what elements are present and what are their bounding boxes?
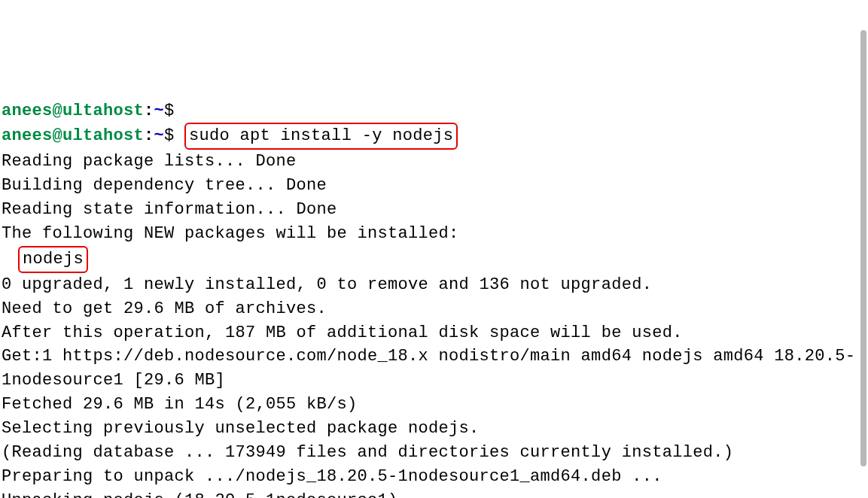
output-line: (Reading database ... 173949 files and d… bbox=[2, 441, 868, 465]
output-line: After this operation, 187 MB of addition… bbox=[2, 321, 868, 345]
prompt-dollar: $ bbox=[164, 126, 175, 145]
package-name: nodejs bbox=[23, 250, 84, 269]
output-line: Fetched 29.6 MB in 14s (2,055 kB/s) bbox=[2, 393, 868, 417]
prompt-dollar: $ bbox=[164, 102, 175, 120]
command-highlight: sudo apt install -y nodejs bbox=[184, 123, 458, 150]
prompt-line-command: anees@ultahost:~$ sudo apt install -y no… bbox=[2, 123, 868, 150]
prompt-colon: : bbox=[144, 102, 154, 120]
prompt-path: ~ bbox=[154, 126, 165, 145]
output-line: Building dependency tree... Done bbox=[2, 174, 868, 198]
output-line: Reading package lists... Done bbox=[2, 150, 868, 174]
output-line: Reading state information... Done bbox=[2, 198, 868, 222]
output-line: Selecting previously unselected package … bbox=[2, 417, 868, 441]
command-text: sudo apt install -y nodejs bbox=[189, 126, 453, 145]
prompt-user-host: anees@ultahost bbox=[2, 102, 144, 120]
package-line: nodejs bbox=[2, 246, 868, 273]
output-line: Unpacking nodejs (18.20.5-1nodesource1) … bbox=[2, 489, 868, 498]
output-line: The following NEW packages will be insta… bbox=[2, 222, 868, 246]
prompt-user-host: anees@ultahost bbox=[2, 126, 144, 145]
output-line: Preparing to unpack .../nodejs_18.20.5-1… bbox=[2, 465, 868, 489]
package-highlight: nodejs bbox=[18, 246, 88, 273]
prompt-line-empty: anees@ultahost:~$ bbox=[2, 99, 868, 123]
terminal-output[interactable]: anees@ultahost:~$anees@ultahost:~$ sudo … bbox=[2, 99, 868, 498]
scrollbar[interactable] bbox=[860, 30, 866, 466]
prompt-path: ~ bbox=[154, 102, 165, 120]
output-line: Get:1 https://deb.nodesource.com/node_18… bbox=[2, 345, 868, 393]
prompt-colon: : bbox=[144, 126, 154, 145]
output-line: 0 upgraded, 1 newly installed, 0 to remo… bbox=[2, 273, 868, 297]
output-line: Need to get 29.6 MB of archives. bbox=[2, 297, 868, 321]
